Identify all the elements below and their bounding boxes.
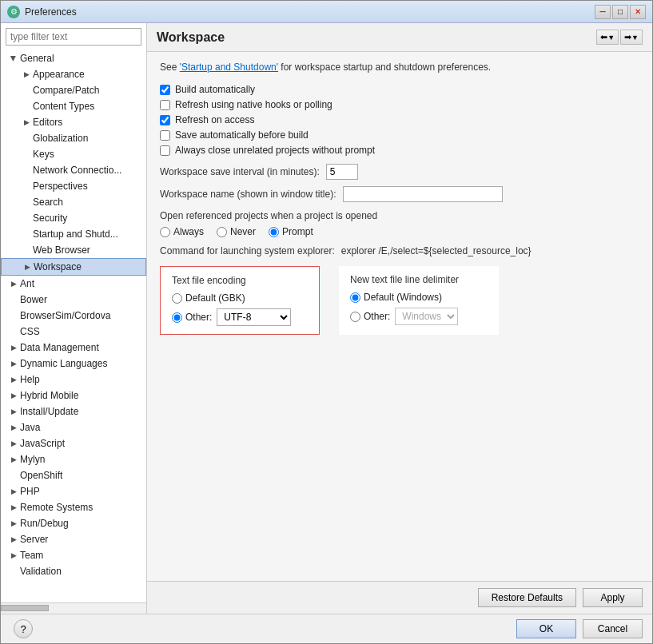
sidebar-item-compare-patch[interactable]: ▶ Compare/Patch [1, 82, 146, 98]
sidebar-item-general[interactable]: ▶ General [1, 50, 146, 66]
workspace-save-interval-label: Workspace save interval (in minutes): [160, 166, 320, 177]
sidebar-label-content-types: Content Types [33, 101, 94, 112]
toolbar-forward-button[interactable]: ➡ ▼ [620, 30, 643, 45]
sidebar-item-content-types[interactable]: ▶ Content Types [1, 98, 146, 114]
sidebar-item-mylyn[interactable]: ▶ Mylyn [1, 451, 146, 467]
sidebar-item-data-management[interactable]: ▶ Data Management [1, 340, 146, 356]
sidebar-item-bower[interactable]: ▶ Bower [1, 292, 146, 308]
sidebar-label-network-connections: Network Connectio... [33, 165, 121, 176]
description: See 'Startup and Shutdown' for workspace… [160, 62, 639, 73]
text-file-encoding-box: Text file encoding Default (GBK) Other: … [160, 266, 320, 335]
app-icon: ⚙ [7, 6, 20, 18]
refresh-native-label: Refresh using native hooks or polling [175, 99, 332, 110]
sidebar-item-install-update[interactable]: ▶ Install/Update [1, 403, 146, 419]
close-button[interactable]: ✕ [630, 5, 646, 19]
sidebar-item-dynamic-languages[interactable]: ▶ Dynamic Languages [1, 356, 146, 372]
open-referenced-section: Open referenced projects when a project … [160, 210, 639, 237]
radio-always-label: Always [173, 226, 204, 237]
sidebar-item-javascript[interactable]: ▶ JavaScript [1, 435, 146, 451]
sidebar-item-php[interactable]: ▶ PHP [1, 483, 146, 499]
sidebar: ▶ General ▶ Appearance ▶ Compare/Patch ▶… [1, 23, 147, 614]
sidebar-item-server[interactable]: ▶ Server [1, 531, 146, 547]
workspace-name-input[interactable] [343, 186, 503, 202]
expand-arrow-general: ▶ [7, 52, 20, 65]
sidebar-item-perspectives[interactable]: ▶ Perspectives [1, 178, 146, 194]
startup-shutdown-link[interactable]: 'Startup and Shutdown' [180, 62, 278, 73]
sidebar-label-javascript: JavaScript [20, 438, 65, 449]
radio-always[interactable] [160, 227, 170, 237]
checkbox-close-unrelated: Always close unrelated projects without … [160, 145, 639, 156]
sidebar-item-help[interactable]: ▶ Help [1, 372, 146, 388]
description-suffix: for workspace startup and shutdown prefe… [278, 62, 491, 73]
delimiter-other-row: Other: Windows Unix Mac [350, 308, 488, 325]
sidebar-label-hybrid-mobile: Hybrid Mobile [20, 390, 78, 401]
radio-never-label: Never [230, 226, 256, 237]
delimiter-other-radio[interactable] [350, 312, 360, 322]
sidebar-item-network-connections[interactable]: ▶ Network Connectio... [1, 162, 146, 178]
encoding-default-radio[interactable] [172, 293, 182, 304]
sidebar-item-validation[interactable]: ▶ Validation [1, 563, 146, 579]
sidebar-item-run-debug[interactable]: ▶ Run/Debug [1, 515, 146, 531]
sidebar-item-ant[interactable]: ▶ Ant [1, 276, 146, 292]
sidebar-item-startup-shutdown[interactable]: ▶ Startup and Shutd... [1, 226, 146, 242]
expand-arrow-javascript: ▶ [7, 437, 20, 450]
sidebar-item-security[interactable]: ▶ Security [1, 210, 146, 226]
sidebar-item-openshift[interactable]: ▶ OpenShift [1, 467, 146, 483]
sidebar-label-remote-systems: Remote Systems [20, 502, 93, 513]
toolbar-back-button[interactable]: ⬅ ▼ [596, 30, 619, 45]
workspace-save-interval-input[interactable] [326, 164, 358, 180]
sidebar-label-css: CSS [20, 326, 40, 337]
sidebar-item-browsersim[interactable]: ▶ BrowserSim/Cordova [1, 308, 146, 324]
encoding-section: Text file encoding Default (GBK) Other: … [160, 266, 639, 335]
encoding-other-radio[interactable] [172, 312, 182, 323]
build-automatically-checkbox[interactable] [160, 85, 170, 95]
expand-arrow-java: ▶ [7, 421, 20, 434]
description-prefix: See [160, 62, 180, 73]
radio-prompt[interactable] [269, 227, 279, 237]
sidebar-label-security: Security [33, 213, 67, 224]
sidebar-label-openshift: OpenShift [20, 470, 62, 481]
back-dropdown-icon: ▼ [607, 34, 615, 42]
help-button[interactable]: ? [14, 619, 33, 638]
radio-never[interactable] [217, 227, 227, 237]
sidebar-item-java[interactable]: ▶ Java [1, 419, 146, 435]
cancel-button[interactable]: Cancel [583, 619, 643, 638]
sidebar-label-run-debug: Run/Debug [20, 518, 69, 529]
expand-arrow-appearance: ▶ [20, 68, 33, 81]
expand-arrow-mylyn: ▶ [7, 453, 20, 466]
encoding-select[interactable]: UTF-8 UTF-16 ISO-8859-1 GBK [217, 308, 291, 326]
close-unrelated-checkbox[interactable] [160, 145, 170, 156]
sidebar-label-help: Help [20, 374, 40, 385]
delimiter-default-row: Default (Windows) [350, 292, 488, 303]
sidebar-label-validation: Validation [20, 566, 62, 577]
sidebar-item-hybrid-mobile[interactable]: ▶ Hybrid Mobile [1, 388, 146, 403]
restore-defaults-button[interactable]: Restore Defaults [478, 588, 576, 607]
sidebar-item-globalization[interactable]: ▶ Globalization [1, 130, 146, 146]
delimiter-select[interactable]: Windows Unix Mac [395, 308, 458, 325]
minimize-button[interactable]: ─ [595, 5, 611, 19]
sidebar-item-web-browser[interactable]: ▶ Web Browser [1, 242, 146, 258]
sidebar-label-web-browser: Web Browser [33, 244, 90, 256]
maximize-button[interactable]: □ [612, 5, 628, 19]
right-panel: Workspace ⬅ ▼ ➡ ▼ See 'Startup and Shutd… [147, 23, 652, 614]
sidebar-item-keys[interactable]: ▶ Keys [1, 146, 146, 162]
sidebar-item-workspace[interactable]: ▶ Workspace [1, 258, 146, 276]
back-icon: ⬅ [600, 32, 607, 42]
refresh-access-checkbox[interactable] [160, 115, 170, 125]
sidebar-item-team[interactable]: ▶ Team [1, 547, 146, 563]
sidebar-item-remote-systems[interactable]: ▶ Remote Systems [1, 499, 146, 515]
ok-button[interactable]: OK [516, 619, 576, 638]
sidebar-item-search[interactable]: ▶ Search [1, 194, 146, 210]
apply-button[interactable]: Apply [583, 588, 643, 607]
expand-arrow-team: ▶ [7, 549, 20, 562]
sidebar-item-appearance[interactable]: ▶ Appearance [1, 66, 146, 82]
save-before-build-checkbox[interactable] [160, 130, 170, 141]
sidebar-item-editors[interactable]: ▶ Editors [1, 114, 146, 130]
refresh-native-checkbox[interactable] [160, 100, 170, 110]
expand-arrow-help: ▶ [7, 373, 20, 386]
sidebar-scrollbar[interactable] [1, 602, 146, 614]
radio-never-row: Never [217, 226, 256, 237]
filter-input[interactable] [6, 28, 141, 46]
sidebar-item-css[interactable]: ▶ CSS [1, 324, 146, 340]
delimiter-default-radio[interactable] [350, 292, 360, 303]
